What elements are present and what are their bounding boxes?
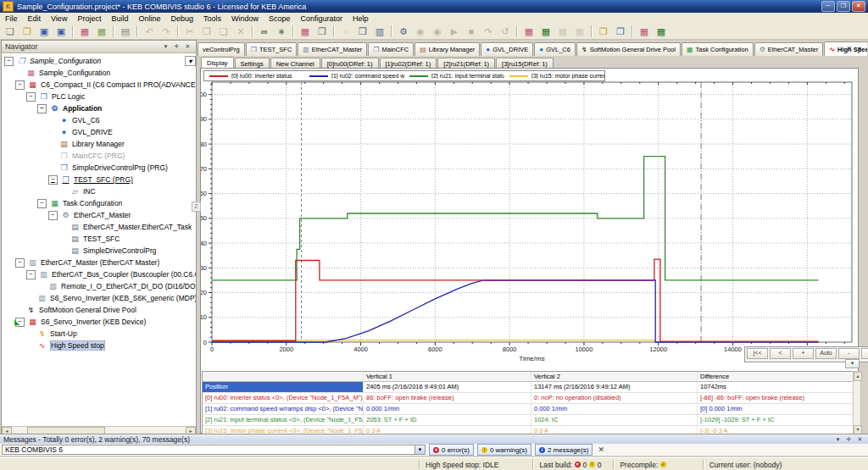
- tree-expander-icon[interactable]: −: [26, 270, 36, 279]
- save-all-icon[interactable]: ▣: [53, 24, 69, 39]
- scope-upload-icon[interactable]: ▦: [521, 24, 537, 39]
- navigator-dropdown-icon[interactable]: ▾: [161, 42, 170, 51]
- project-dropdown-icon[interactable]: ▾: [185, 56, 196, 66]
- errors-filter-button[interactable]: ✕0 error(s): [429, 444, 474, 456]
- row-label-cell[interactable]: [2] ru21: input terminal status <0>, (De…: [203, 415, 364, 425]
- trace-configuration-icon[interactable]: ▦: [298, 24, 313, 39]
- navigator-pin-icon[interactable]: ✛: [172, 42, 181, 51]
- axis-lock-icon[interactable]: Z: [192, 202, 201, 212]
- tree-item-simpledrivecontrolprg[interactable]: ▤SimpleDriveControlPrg: [2, 245, 196, 257]
- tree-expander-icon[interactable]: −: [4, 57, 14, 66]
- tree-expander-icon[interactable]: −: [37, 199, 47, 208]
- menu-item-scope[interactable]: Scope: [264, 14, 296, 23]
- tree-expander-icon[interactable]: −: [15, 258, 25, 268]
- tree-item-high-speed-stop[interactable]: ∿High Speed stop: [2, 340, 196, 351]
- tree-item-s6-servo-inverter-keb-s6k-gene[interactable]: ▥S6_Servo_Inverter (KEB_S6K_generic (MDP…: [2, 292, 196, 304]
- tree-item-start-up[interactable]: ↯Start-Up: [2, 328, 196, 340]
- table-vertical-scrollbar[interactable]: ▴ ▾: [853, 371, 861, 434]
- tree-item-remote-i-o-ethercat-di-do-di16[interactable]: ▥Remote_I_O_EtherCAT_DI_DO (DI16/DO16 1m…: [2, 280, 196, 292]
- print-icon[interactable]: ▤: [118, 24, 133, 39]
- tab-list-dropdown-icon[interactable]: ▾: [854, 44, 865, 54]
- menu-item-build[interactable]: Build: [106, 14, 133, 23]
- doc-tab-library-manager[interactable]: ▤Library Manager: [415, 42, 480, 56]
- save-icon[interactable]: ▣: [36, 24, 52, 39]
- doc-tab-ethercat-master[interactable]: ⚙EtherCAT_Master: [754, 42, 824, 56]
- scope-view-icon[interactable]: ▦: [654, 24, 669, 39]
- save-project-as-icon[interactable]: ▦: [94, 24, 109, 39]
- table-row[interactable]: [0] ru00: inverter status <0>, (Device "…: [203, 393, 853, 404]
- export-icon[interactable]: ❒: [314, 24, 330, 39]
- doc-tab-softmotion-general-drive-pool[interactable]: ↯SoftMotion General Drive Pool: [576, 42, 681, 56]
- build-icon[interactable]: ⚙: [396, 24, 411, 39]
- tree-item-maincfc-prg-[interactable]: ❒MainCFC (PRG): [2, 150, 196, 162]
- tree-expander-icon[interactable]: −: [26, 92, 36, 102]
- row-label-cell[interactable]: [0] ru00: inverter status <0>, (Device "…: [203, 393, 364, 403]
- doc-tab-ethercat-master[interactable]: ▥EtherCAT_Master: [298, 42, 367, 56]
- chart-nav-button->[interactable]: >: [861, 348, 868, 359]
- doc-tab-maincfc[interactable]: ❒MainCFC: [368, 42, 414, 56]
- tree-item-test-sfc[interactable]: ▤TEST_SFC: [2, 233, 196, 245]
- open-project-icon[interactable]: ❐: [19, 24, 35, 39]
- doc-tab-gvl-c6[interactable]: ●GVL_C6: [534, 42, 576, 56]
- trace-chart[interactable]: 0102030405060708090100020004000600080001…: [201, 80, 858, 368]
- tree-item-ethercat-master-ethercat-maste[interactable]: −▥EtherCAT_Master (EtherCAT Master): [2, 257, 196, 268]
- chart-nav-button-auto[interactable]: Auto: [815, 348, 837, 359]
- expand-table-button[interactable]: ▼: [845, 359, 860, 368]
- menu-item-tools[interactable]: Tools: [198, 14, 226, 23]
- tree-item-sample-configuration[interactable]: ▦Sample_Configuration: [2, 67, 196, 79]
- copy-channel-icon[interactable]: ❐: [596, 24, 611, 39]
- save-project-icon[interactable]: ▦: [77, 24, 92, 39]
- tree-item-task-configuration[interactable]: −▦Task Configuration: [2, 197, 196, 209]
- tree-item-application[interactable]: −⚙Application: [2, 102, 196, 114]
- messages-title-bar[interactable]: Messages - Totally 0 error(s), 2 warning…: [0, 434, 868, 444]
- maximize-button[interactable]: ❐: [837, 1, 850, 12]
- doc-tab-task-configuration[interactable]: ▦Task Configuration: [682, 42, 754, 56]
- menu-item-online[interactable]: Online: [133, 14, 165, 23]
- find-icon[interactable]: ∞: [257, 24, 272, 39]
- messages-clear-icon[interactable]: ✕: [598, 445, 604, 454]
- tree-item-library-manager[interactable]: ▤Library Manager: [2, 138, 196, 150]
- close-button[interactable]: ✕: [852, 1, 865, 12]
- new-project-icon[interactable]: ❏: [3, 24, 18, 39]
- doc-tab-test-sfc[interactable]: ❒TEST_SFC: [246, 42, 298, 56]
- menu-item-view[interactable]: View: [46, 14, 72, 23]
- tree-item-ethercat-bus-coupler-buscouple[interactable]: −▥EtherCAT_Bus_Coupler (Buscoupler (00.C…: [2, 268, 196, 280]
- tree-item-sample-configuration[interactable]: −❒Sample_Configuration▾: [2, 55, 196, 67]
- tree-item-s6-servo-inverter-keb-device-[interactable]: −◣▦S6_Servo_Inverter (KEB Device): [2, 316, 196, 328]
- tree-item-gvl-drive[interactable]: ●GVL_DRIVE: [2, 126, 196, 138]
- row-label-cell[interactable]: Position: [203, 382, 364, 392]
- messages-dropdown-icon[interactable]: ▾: [833, 435, 843, 444]
- trace-tab-display[interactable]: Display: [201, 57, 234, 69]
- tree-item-inc[interactable]: ▱INC: [2, 185, 196, 197]
- messages-close-icon[interactable]: ✕: [855, 435, 865, 444]
- tree-item-ethercat-master-ethercat-task[interactable]: ▤EtherCAT_Master.EtherCAT_Task: [2, 221, 196, 233]
- menu-item-edit[interactable]: Edit: [23, 14, 47, 23]
- navigator-close-icon[interactable]: ✕: [183, 42, 192, 51]
- minimize-button[interactable]: ─: [821, 1, 835, 12]
- tree-item-plc-logic[interactable]: −❒PLC Logic: [2, 91, 196, 102]
- tab-close-icon[interactable]: ✕: [844, 44, 854, 54]
- menu-item-help[interactable]: Help: [348, 14, 374, 23]
- scroll-up-icon[interactable]: ▴: [854, 372, 862, 381]
- chart-nav-button-+[interactable]: +: [793, 348, 814, 359]
- tree-item-simpledrivecontrolprg-prg-[interactable]: ❒SimpleDriveControlPrg (PRG): [2, 162, 196, 174]
- menu-item-configurator[interactable]: Configurator: [296, 14, 348, 23]
- tree-expander-icon[interactable]: −: [37, 104, 47, 113]
- tree-expander-icon[interactable]: −: [48, 211, 58, 220]
- table-row[interactable]: Position2405 ms (2/16/2016 9:49:01 AM)13…: [203, 382, 853, 393]
- scope-config-icon[interactable]: ▦: [637, 24, 652, 39]
- doc-tab-gvl-drive[interactable]: ●GVL_DRIVE: [481, 42, 533, 56]
- new-window-icon[interactable]: ❒: [355, 24, 370, 39]
- paste-channel-icon[interactable]: ❐: [613, 24, 628, 39]
- tree-expander-icon[interactable]: −: [15, 80, 25, 90]
- messages-filter-combobox[interactable]: KEB COMBIVIS 6 ▼: [2, 445, 426, 455]
- tree-item-softmotion-general-drive-pool[interactable]: ↯SoftMotion General Drive Pool: [2, 304, 196, 316]
- chart-nav-button--[interactable]: -: [838, 348, 860, 359]
- doc-tab-vecontrolprg[interactable]: veControlPrg: [198, 42, 245, 56]
- find-next-icon[interactable]: ∗: [274, 24, 289, 39]
- chart-nav-button-<[interactable]: <: [770, 348, 791, 359]
- menu-item-window[interactable]: Window: [226, 14, 264, 23]
- scope-download-icon[interactable]: ▦: [538, 24, 554, 39]
- warnings-filter-button[interactable]: !0 warning(s): [477, 444, 531, 456]
- row-label-cell[interactable]: [1] ru02: command speed w/ramps disp <0>…: [203, 404, 364, 414]
